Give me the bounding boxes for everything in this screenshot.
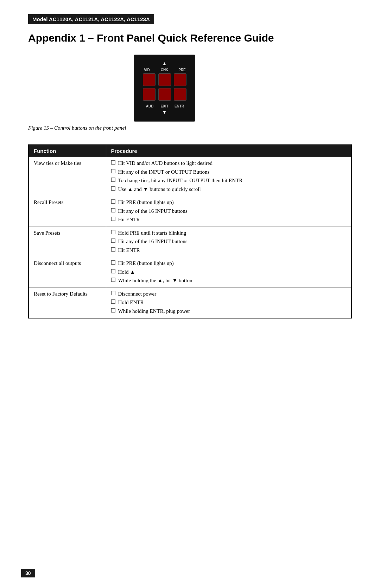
page-number: 30 [21, 569, 35, 577]
table-row: Disconnect all outputsHit PRE (button li… [28, 257, 352, 288]
list-item: Hit ENTR [111, 216, 347, 224]
checkbox-icon [111, 260, 115, 265]
step-text: Hold ENTR [118, 298, 347, 307]
list-item: Disconnect power [111, 290, 347, 298]
checkbox-icon [111, 186, 115, 191]
checkbox-icon [111, 308, 115, 312]
checkbox-icon [111, 247, 115, 252]
procedure-cell: Disconnect powerHold ENTRWhile holding E… [106, 287, 352, 318]
function-cell: Disconnect all outputs [28, 257, 106, 288]
up-arrow-icon: ▲ [162, 61, 167, 67]
step-text: Hit VID and/or AUD buttons to light desi… [118, 159, 347, 167]
vid-label: VID [141, 68, 153, 72]
list-item: Hit PRE (button lights up) [111, 259, 347, 267]
table-row: Recall PresetsHit PRE (button lights up)… [28, 196, 352, 227]
function-cell: Recall Presets [28, 196, 106, 227]
procedure-cell: Hit PRE (button lights up)Hold ▲While ho… [106, 257, 352, 288]
panel-bottom-labels: AUD EXIT ENTR [144, 104, 186, 108]
procedure-cell: Hold PRE until it starts blinkingHit any… [106, 227, 352, 257]
step-text: Hit PRE (button lights up) [118, 259, 347, 267]
checkbox-icon [111, 230, 115, 234]
function-cell: View ties or Make ties [28, 157, 106, 196]
list-item: Hold PRE until it starts blinking [111, 229, 347, 237]
chk-label: CHK [158, 68, 171, 72]
down-arrow-icon: ▼ [162, 110, 167, 115]
exit-button [158, 88, 171, 101]
checkbox-icon [111, 208, 115, 212]
function-cell: Save Presets [28, 227, 106, 257]
checkbox-icon [111, 217, 115, 221]
list-item: Hit any of the INPUT or OUTPUT Buttons [111, 168, 347, 176]
step-text: Disconnect power [118, 290, 347, 298]
entr-button [174, 88, 186, 101]
function-header: Function [28, 145, 106, 157]
control-panel-image: ▲ VID CHK PRE [134, 55, 195, 122]
checkbox-icon [111, 278, 115, 282]
list-item: Hit ENTR [111, 246, 347, 254]
bottom-button-row [143, 88, 186, 101]
step-text: Hit ENTR [118, 216, 347, 224]
step-text: While holding ENTR, plug power [118, 307, 347, 315]
entr-label: ENTR [173, 104, 186, 108]
step-text: Hit any of the INPUT or OUTPUT Buttons [118, 168, 347, 176]
vid-button [143, 73, 156, 86]
figure-caption: Figure 15 – Control buttons on the front… [28, 125, 126, 134]
checkbox-icon [111, 178, 115, 182]
table-row: Reset to Factory DefaultsDisconnect powe… [28, 287, 352, 318]
list-item: Hold ENTR [111, 298, 347, 307]
top-button-row [143, 73, 186, 86]
checkbox-icon [111, 199, 115, 204]
step-text: Hit ENTR [118, 246, 347, 254]
procedure-cell: Hit PRE (button lights up)Hit any of the… [106, 196, 352, 227]
step-text: Hit any of the 16 INPUT buttons [118, 207, 347, 215]
list-item: While holding ENTR, plug power [111, 307, 347, 315]
checkbox-icon [111, 291, 115, 295]
procedure-cell: Hit VID and/or AUD buttons to light desi… [106, 157, 352, 196]
reference-table: Function Procedure View ties or Make tie… [28, 144, 352, 318]
list-item: Hit VID and/or AUD buttons to light desi… [111, 159, 347, 167]
checkbox-icon [111, 169, 115, 173]
procedure-header: Procedure [106, 145, 352, 157]
list-item: Hit PRE (button lights up) [111, 198, 347, 206]
checkbox-icon [111, 299, 115, 304]
step-text: Use ▲ and ▼ buttons to quickly scroll [118, 185, 347, 193]
step-text: To change ties, hit any INPUT or OUTPUT … [118, 177, 347, 185]
checkbox-icon [111, 269, 115, 273]
model-bar: Model AC1120A, AC1121A, AC1122A, AC1123A [28, 14, 154, 24]
checkbox-icon [111, 239, 115, 243]
list-item: Hit any of the 16 INPUT buttons [111, 237, 347, 246]
list-item: Hold ▲ [111, 268, 347, 276]
step-text: Hit PRE (button lights up) [118, 198, 347, 206]
function-cell: Reset to Factory Defaults [28, 287, 106, 318]
list-item: To change ties, hit any INPUT or OUTPUT … [111, 177, 347, 185]
chk-button [158, 73, 171, 86]
page: Model AC1120A, AC1121A, AC1122A, AC1123A… [0, 0, 380, 588]
table-header-row: Function Procedure [28, 145, 352, 157]
pre-button [174, 73, 186, 86]
list-item: While holding the ▲, hit ▼ button [111, 277, 347, 285]
exit-label: EXIT [158, 104, 171, 108]
table-row: View ties or Make tiesHit VID and/or AUD… [28, 157, 352, 196]
list-item: Hit any of the 16 INPUT buttons [111, 207, 347, 215]
step-text: Hold ▲ [118, 268, 347, 276]
pre-label: PRE [176, 68, 189, 72]
figure-area: ▲ VID CHK PRE [28, 55, 352, 134]
aud-label: AUD [144, 104, 156, 108]
checkbox-icon [111, 160, 115, 165]
page-title: Appendix 1 – Front Panel Quick Reference… [28, 32, 352, 44]
step-text: While holding the ▲, hit ▼ button [118, 277, 347, 285]
aud-button [143, 88, 156, 101]
table-row: Save PresetsHold PRE until it starts bli… [28, 227, 352, 257]
list-item: Use ▲ and ▼ buttons to quickly scroll [111, 185, 347, 193]
panel-top-labels: VID CHK PRE [141, 68, 189, 72]
step-text: Hit any of the 16 INPUT buttons [118, 237, 347, 246]
step-text: Hold PRE until it starts blinking [118, 229, 347, 237]
